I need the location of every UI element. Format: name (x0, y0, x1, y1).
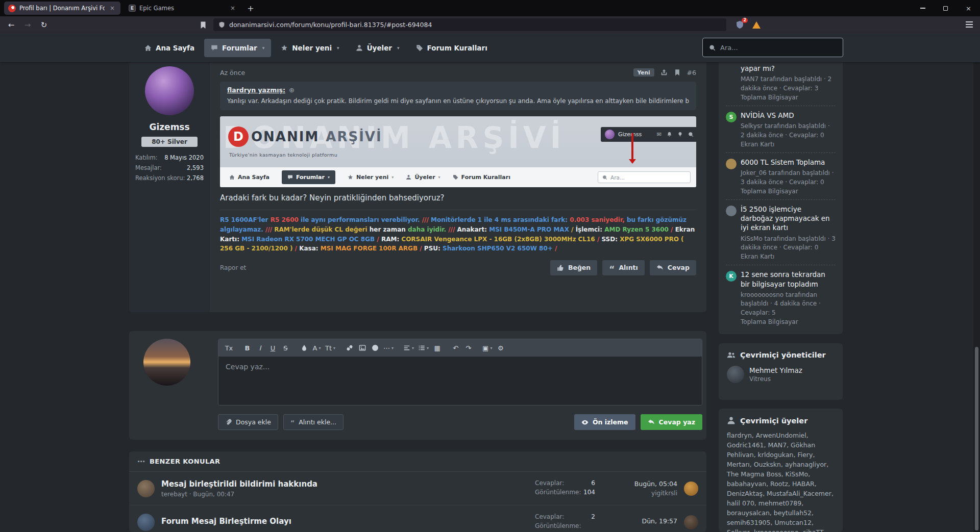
topic-avatar[interactable]: S (726, 112, 737, 122)
avatar[interactable] (145, 66, 194, 115)
topic-avatar[interactable]: K (726, 271, 737, 282)
topic-title[interactable]: 6000 TL Sistem Toplama (741, 158, 836, 167)
back-button[interactable]: ← (4, 20, 18, 30)
insert-media-button[interactable]: ▣▾ (480, 342, 494, 354)
topic-title[interactable]: NVİDİA VS AMD (741, 111, 836, 120)
restore-button[interactable] (934, 0, 957, 16)
sidebar-topic[interactable]: K 12 sene sonra tekrardan bir bilgisayar… (726, 265, 836, 330)
menu-button[interactable] (966, 21, 973, 28)
remove-format-button[interactable]: Tx (223, 342, 235, 354)
emoji-button[interactable] (369, 342, 381, 354)
tracking-shield-icon[interactable] (218, 21, 225, 28)
search-input[interactable] (720, 44, 837, 52)
similar-title[interactable]: Mesaj birleştirildi bildirimi hakkında (161, 479, 528, 489)
author-name[interactable]: Gizemss (129, 122, 210, 132)
more-options-button[interactable]: ⋯▾ (381, 342, 396, 354)
logo-text-2: ARŞİVİ (326, 129, 382, 144)
insert-quotes-button[interactable]: “ Alıntı ekle... (283, 414, 344, 430)
sidebar-topic[interactable]: 6000 TL Sistem Toplama Joker_06 tarafınd… (726, 153, 836, 200)
reload-button[interactable]: ↻ (37, 20, 51, 30)
embedded-screenshot[interactable]: DONANIM ARŞİVİ D ONANIM ARŞİVİ Türkiye'n… (220, 116, 696, 187)
adblock-shield-icon[interactable]: 2 (736, 20, 744, 29)
forward-button[interactable]: → (20, 20, 35, 30)
reply-button[interactable]: Cevap (650, 260, 696, 275)
online-members-list[interactable]: flardryn, ArwenUndomiel, Godric1461, MAN… (727, 430, 835, 532)
topic-category[interactable]: Ekran Kartı (741, 253, 836, 260)
warning-triangle-icon[interactable] (752, 21, 761, 29)
nav-forums[interactable]: Forumlar ▾ (204, 39, 271, 57)
moderator-item[interactable]: Mehmet Yılmaz Vitreus (727, 366, 835, 383)
topic-avatar[interactable] (726, 65, 737, 75)
scrollbar-thumb[interactable] (975, 347, 978, 530)
topic-category[interactable]: Toplama Bilgisayar (741, 94, 836, 101)
jump-to-post-icon[interactable]: ⊕ (289, 86, 295, 94)
nav-home[interactable]: Ana Sayfa (138, 39, 201, 57)
similar-row[interactable]: Mesaj birleştirildi bildirimi hakkında t… (129, 472, 706, 505)
editor-settings-button[interactable]: ⚙ (494, 342, 507, 354)
underline-button[interactable]: U (266, 342, 279, 354)
bookmark-icon[interactable] (199, 21, 207, 29)
reply-textarea[interactable]: Cevap yaz... (218, 357, 702, 405)
moderator-name[interactable]: Mehmet Yılmaz (749, 366, 802, 374)
share-icon[interactable] (660, 69, 668, 76)
section-title: Çevrimiçi yöneticiler (740, 351, 826, 359)
italic-button[interactable]: I (254, 342, 266, 354)
undo-button[interactable]: ↶ (449, 342, 462, 354)
font-size-button[interactable]: Tt▾ (323, 342, 337, 354)
insert-table-button[interactable]: ▦ (431, 342, 444, 354)
bold-button[interactable]: B (241, 342, 254, 354)
nav-whats-new[interactable]: Neler yeni ▾ (274, 39, 346, 57)
attach-files-button[interactable]: Dosya ekle (218, 414, 278, 430)
avatar[interactable] (727, 366, 744, 383)
signature-segment: R5 1600AF'ler (220, 216, 271, 223)
report-link[interactable]: Rapor et (220, 264, 246, 271)
new-tab-button[interactable]: + (244, 2, 257, 15)
topic-category[interactable]: Toplama Bilgisayar (741, 318, 836, 325)
avatar[interactable] (684, 482, 698, 496)
quote-button[interactable]: “ Alıntı (602, 260, 645, 275)
url-bar[interactable]: donanimarsivi.com/forum/konu/profil-bari… (213, 18, 726, 31)
avatar[interactable] (684, 515, 698, 529)
header-search[interactable] (702, 38, 843, 57)
user-icon (356, 44, 363, 52)
redo-button[interactable]: ↷ (462, 342, 475, 354)
preview-button[interactable]: Ön izleme (574, 414, 635, 430)
avatar[interactable] (137, 480, 155, 497)
sidebar-topic[interactable]: yapar mı? MAN7 tarafından başlatıldı · 2… (726, 62, 836, 106)
topic-title[interactable]: yapar mı? (741, 64, 836, 73)
close-window-button[interactable]: × (957, 0, 980, 16)
tab-forum[interactable]: Profil barı | Donanım Arşivi Forum × (4, 2, 120, 15)
alignment-button[interactable]: ▾ (401, 342, 416, 354)
list-button[interactable]: ▾ (416, 342, 431, 354)
post-reply-button[interactable]: Cevap yaz (641, 414, 702, 430)
insert-link-button[interactable] (343, 342, 356, 354)
similar-row[interactable]: Forum Mesaj Birleştirme Olayı Cevaplar:2… (129, 505, 706, 532)
topic-title[interactable]: 12 sene sonra tekrardan bir bilgisayar t… (741, 270, 836, 288)
minimize-button[interactable] (911, 0, 934, 16)
avatar[interactable] (143, 339, 190, 386)
tab-epic[interactable]: E Epic Games × (125, 2, 241, 15)
bookmark-post-icon[interactable] (674, 69, 681, 76)
nav-rules[interactable]: Forum Kuralları (409, 39, 494, 57)
text-color-button[interactable] (298, 342, 310, 354)
font-family-button[interactable]: A▾ (310, 342, 323, 354)
strikethrough-button[interactable]: S (279, 342, 292, 354)
topic-title[interactable]: İ5 2500 işlemciye darboğaz yapmayacak en… (741, 205, 836, 233)
sidebar-topic[interactable]: S NVİDİA VS AMD Selkysr tarafından başla… (726, 106, 836, 153)
similar-title[interactable]: Forum Mesaj Birleştirme Olayı (161, 517, 528, 526)
topic-avatar[interactable] (726, 206, 737, 216)
post-timestamp[interactable]: Az önce (220, 69, 245, 77)
post-number[interactable]: #6 (687, 69, 696, 77)
topic-avatar[interactable] (726, 159, 737, 169)
quote-author[interactable]: flardryn yazmış: (227, 86, 285, 94)
tab-close-icon[interactable]: × (108, 4, 116, 12)
sidebar-topic[interactable]: İ5 2500 işlemciye darboğaz yapmayacak en… (726, 200, 836, 265)
nav-members[interactable]: Üyeler ▾ (349, 39, 406, 57)
list-icon (418, 344, 425, 351)
like-button[interactable]: Beğen (550, 260, 597, 275)
insert-image-button[interactable] (356, 342, 369, 354)
tab-close-icon[interactable]: × (229, 4, 237, 12)
avatar[interactable] (137, 514, 155, 531)
topic-category[interactable]: Ekran Kartı (741, 141, 836, 148)
topic-category[interactable]: Toplama Bilgisayar (741, 188, 836, 195)
